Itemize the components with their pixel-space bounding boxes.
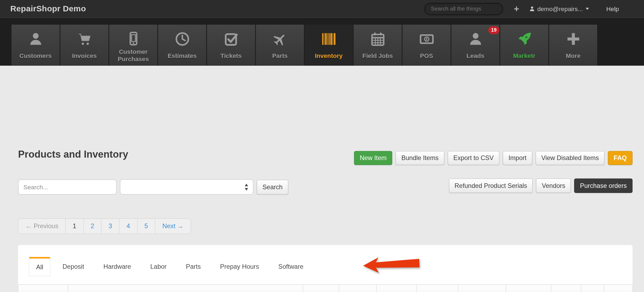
quick-add-button[interactable]: + (514, 4, 519, 13)
column-header-retail: RETAIL (339, 285, 376, 292)
pagination: ← Previous12345Next → (18, 218, 191, 234)
tab-labor[interactable]: Labor (143, 257, 174, 276)
pagination-page-2[interactable]: 2 (84, 219, 101, 234)
nav-item-label: Customers (11, 48, 60, 66)
user-email: demo@repairs... (537, 5, 583, 12)
category-tabs: AllDepositHardwareLaborPartsPrepay Hours… (29, 257, 315, 276)
select-stepper-icon (244, 183, 248, 191)
faq-button[interactable]: FAQ (608, 151, 633, 165)
main-content: Products and Inventory New ItemBundle It… (0, 66, 644, 292)
refunded-product-serials-button[interactable]: Refunded Product Serials (449, 178, 533, 193)
tab-prepay-hours[interactable]: Prepay Hours (213, 257, 266, 276)
table-header-row: NAMEDESCRIPTIONCOSTRETAILMAINTAIN STOCKQ… (18, 285, 633, 292)
pagination-previous[interactable]: ← Previous (18, 219, 66, 234)
export-to-csv-button[interactable]: Export to CSV (448, 151, 500, 165)
nav-item-label: More (549, 48, 597, 66)
nav-item-label: Tickets (207, 48, 255, 66)
phone-icon (109, 29, 157, 48)
pagination-next[interactable]: Next → (155, 219, 190, 234)
inventory-search-group: Search (18, 179, 288, 194)
inventory-search-input[interactable] (18, 179, 117, 194)
brand-title: RepairShopr Demo (10, 4, 86, 14)
column-header-maintain-stock: MAINTAIN STOCK (376, 285, 417, 292)
column-header-description: DESCRIPTION (68, 285, 303, 292)
cart-icon (60, 29, 109, 48)
global-search-input[interactable] (424, 3, 503, 15)
tab-deposit[interactable]: Deposit (55, 257, 91, 276)
pagination-page-4[interactable]: 4 (120, 219, 137, 234)
app-window: RepairShopr Demo + demo@repairs... Help … (0, 0, 644, 292)
primary-nav: CustomersInvoicesCustomer PurchasesEstim… (0, 18, 644, 66)
calendar-icon (354, 29, 402, 48)
action-buttons: New ItemBundle ItemsExport to CSVImportV… (354, 151, 632, 165)
notification-badge: 19 (488, 26, 500, 34)
topbar: RepairShopr Demo + demo@repairs... Help (0, 0, 644, 18)
search-button[interactable]: Search (257, 180, 288, 194)
column-header-blank-9 (581, 285, 604, 292)
nav-item-inventory[interactable]: Inventory (305, 25, 353, 66)
purchase-orders-button[interactable]: Purchase orders (574, 178, 632, 193)
user-icon (11, 29, 60, 48)
secondary-buttons: Refunded Product SerialsVendorsPurchase … (449, 178, 633, 193)
plane-icon (256, 29, 304, 48)
nav-item-field-jobs[interactable]: Field Jobs (354, 25, 402, 66)
nav-item-customers[interactable]: Customers (11, 25, 60, 66)
column-header-quantity: QUANTITY (417, 285, 458, 292)
column-header-category: CATEGORY (506, 285, 551, 292)
user-icon (529, 6, 535, 12)
nav-item-more[interactable]: More (549, 25, 597, 66)
bundle-items-button[interactable]: Bundle Items (396, 151, 444, 165)
tab-software[interactable]: Software (271, 257, 311, 276)
clock-icon (158, 29, 206, 48)
nav-item-parts[interactable]: Parts (256, 25, 304, 66)
nav-item-label: Leads (451, 48, 500, 66)
nav-item-tickets[interactable]: Tickets (207, 25, 255, 66)
nav-item-label: Invoices (60, 48, 109, 66)
nav-item-label: Field Jobs (354, 48, 402, 66)
page-title: Products and Inventory (18, 148, 128, 160)
chevron-down-icon (586, 8, 589, 10)
nav-item-label: Estimates (158, 48, 206, 66)
new-item-button[interactable]: New Item (354, 151, 392, 165)
tab-all[interactable]: All (29, 257, 51, 276)
import-button[interactable]: Import (503, 151, 532, 165)
nav-item-customer-purchases[interactable]: Customer Purchases (109, 25, 157, 66)
nav-item-label: Customer Purchases (109, 48, 157, 66)
view-disabled-items-button[interactable]: View Disabled Items (535, 151, 604, 165)
column-header-sort-order: SORT ORDER (551, 285, 581, 292)
column-header-name: NAME (18, 285, 68, 292)
check-square-icon (207, 29, 255, 48)
nav-item-label: Parts (256, 48, 304, 66)
nav-item-invoices[interactable]: Invoices (60, 25, 109, 66)
column-header-blank-10 (604, 285, 633, 292)
rocket-icon (500, 29, 548, 48)
pagination-page-1[interactable]: 1 (66, 219, 84, 234)
column-header-cost: COST (303, 285, 339, 292)
nav-item-leads[interactable]: 19Leads (451, 25, 500, 66)
pagination-page-5[interactable]: 5 (137, 219, 155, 234)
nav-item-marketr[interactable]: Marketr (500, 25, 548, 66)
inventory-panel: AllDepositHardwareLaborPartsPrepay Hours… (18, 245, 633, 292)
barcode-icon (305, 29, 353, 48)
nav-item-pos[interactable]: POS (402, 25, 451, 66)
nav-item-label: Inventory (305, 48, 353, 66)
tab-hardware[interactable]: Hardware (96, 257, 139, 276)
category-select[interactable] (120, 179, 253, 194)
nav-item-label: Marketr (500, 48, 548, 66)
nav-item-label: POS (402, 48, 451, 66)
pagination-page-3[interactable]: 3 (101, 219, 119, 234)
user-menu[interactable]: demo@repairs... (529, 5, 589, 12)
plus-icon (549, 29, 597, 48)
inventory-table: NAMEDESCRIPTIONCOSTRETAILMAINTAIN STOCKQ… (18, 284, 633, 292)
annotation-arrow-icon (362, 255, 421, 275)
vendors-button[interactable]: Vendors (536, 178, 571, 193)
banknote-icon (402, 29, 451, 48)
help-link[interactable]: Help (606, 5, 619, 12)
nav-item-estimates[interactable]: Estimates (158, 25, 206, 66)
tab-parts[interactable]: Parts (179, 257, 208, 276)
column-header-upc-code: UPC CODE (458, 285, 506, 292)
